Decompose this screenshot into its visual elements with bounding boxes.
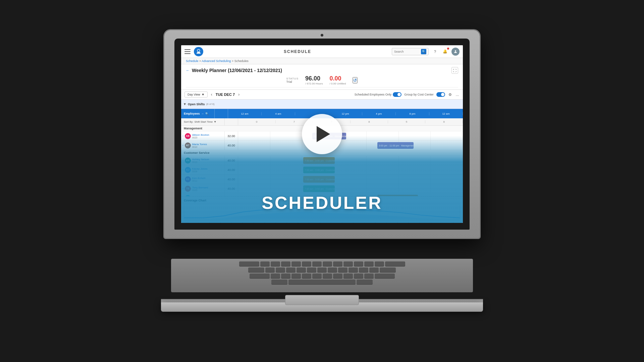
open-shifts-header: ▼ Open Shifts (8 of 8) xyxy=(181,100,463,109)
status-label: STATUS xyxy=(286,77,299,80)
play-button-container xyxy=(302,114,342,154)
laptop-keyboard xyxy=(171,259,473,292)
hours-number: 96 xyxy=(305,75,312,82)
hours-group: 96.00 / 672.00 Hours xyxy=(305,75,323,85)
webcam xyxy=(321,34,323,37)
svg-point-1 xyxy=(455,50,456,52)
laptop-container: SCHEDULE 🔍 ? 🔔 xyxy=(158,30,486,332)
play-button[interactable] xyxy=(302,114,342,154)
search-input[interactable] xyxy=(394,50,421,53)
breadcrumb: Schedule > Advanced Scheduling > Schedul… xyxy=(181,58,463,64)
app-screen: SCHEDULE 🔍 ? 🔔 xyxy=(181,45,463,223)
hours-sub: / 672.00 Hours xyxy=(305,82,323,85)
sort-button[interactable]: Sort By: Shift Start Time ▼ xyxy=(181,118,225,125)
sort-label: Sort By: xyxy=(184,120,193,123)
open-shifts-label: Open Shifts xyxy=(188,103,205,106)
time-slot-8pm: 8 pm xyxy=(396,112,429,115)
chevron-down-icon: ▼ xyxy=(183,102,186,106)
scheduled-only-label: Scheduled Employees Only xyxy=(355,93,392,96)
search-button[interactable]: 🔍 xyxy=(421,49,426,54)
filter-button[interactable]: ⚙ xyxy=(448,92,452,98)
breadcrumb-advanced[interactable]: Advanced Scheduling xyxy=(202,59,231,63)
col-header-8b: 8 xyxy=(425,120,463,123)
user-avatar[interactable] xyxy=(451,48,460,56)
refresh-button[interactable]: ↺ xyxy=(353,77,358,83)
alert-icon[interactable]: 🔔 xyxy=(441,48,449,55)
alert-badge xyxy=(447,47,449,50)
open-shifts-count: (8 of 8) xyxy=(206,103,214,106)
help-icon[interactable]: ? xyxy=(431,48,439,55)
scheduled-only-toggle[interactable]: Scheduled Employees Only xyxy=(355,92,402,97)
next-day-button[interactable]: › xyxy=(237,92,241,98)
timeline-slots: 12 am 4 am 12 pm 4 pm 8 pm 12 am xyxy=(228,112,463,115)
hours-col-header xyxy=(215,109,228,118)
col-header-0: 0 xyxy=(238,120,276,123)
play-triangle-icon xyxy=(317,126,330,142)
current-date-display: TUE DEC 7 xyxy=(216,93,235,97)
group-toggle-switch[interactable] xyxy=(436,92,445,97)
expand-button[interactable]: ⛶ xyxy=(451,67,458,74)
time-slot-midnight2: 12 am xyxy=(429,112,463,115)
weekly-planner-title: Weekly Planner (12/06/2021 - 12/12/2021) xyxy=(192,68,282,73)
page-title-nav: SCHEDULE xyxy=(203,49,392,54)
employees-col-header: Employees → 🔍 xyxy=(181,109,215,118)
prev-day-button[interactable]: ‹ xyxy=(210,92,214,98)
sort-field: Shift Start Time xyxy=(194,120,213,123)
time-slot-4pm: 4 pm xyxy=(362,112,396,115)
nav-icons: ? 🔔 xyxy=(431,48,460,56)
unfilled-number: 0 xyxy=(329,75,333,82)
svg-point-0 xyxy=(197,49,200,52)
col-header-hours xyxy=(225,118,238,125)
unfilled-sub: / 0.00 Unfilled xyxy=(329,82,346,85)
status-value: Trial xyxy=(286,80,299,83)
day-view-button[interactable]: Day View ▼ xyxy=(184,92,208,98)
schedule-toolbar: Day View ▼ ‹ TUE DEC 7 › Scheduled Emplo… xyxy=(181,90,463,100)
hamburger-menu[interactable] xyxy=(184,49,191,54)
more-options-button[interactable]: ... xyxy=(455,92,460,97)
laptop-base xyxy=(161,302,483,312)
page-header: ← Weekly Planner (12/06/2021 - 12/12/202… xyxy=(181,64,463,90)
search-container: 🔍 xyxy=(392,48,429,55)
time-slot-midnight: 12 am xyxy=(228,112,262,115)
open-shifts-toggle[interactable]: ▼ Open Shifts (8 of 8) xyxy=(183,102,215,106)
breadcrumb-schedule[interactable]: Schedule xyxy=(186,59,199,63)
status-bar: STATUS Trial 96.00 / 672.00 Hours xyxy=(186,74,458,87)
col-header-5: 5 xyxy=(388,120,426,123)
time-slot-4am: 4 am xyxy=(262,112,295,115)
trackpad xyxy=(285,295,359,305)
laptop-lid: SCHEDULE 🔍 ? 🔔 xyxy=(164,30,480,238)
back-button[interactable]: ← xyxy=(186,68,190,73)
scheduler-label: SCHEDULER xyxy=(262,193,382,213)
col-header-8: 8 xyxy=(351,120,388,123)
top-nav: SCHEDULE 🔍 ? 🔔 xyxy=(181,45,463,58)
unfilled-group: 0.00 / 0.00 Unfilled xyxy=(329,75,346,85)
app-logo xyxy=(194,47,203,56)
screen-bezel: SCHEDULE 🔍 ? 🔔 xyxy=(174,39,470,230)
toggle-switch[interactable] xyxy=(393,92,401,97)
group-by-label: Group by Cost Center xyxy=(404,93,434,96)
